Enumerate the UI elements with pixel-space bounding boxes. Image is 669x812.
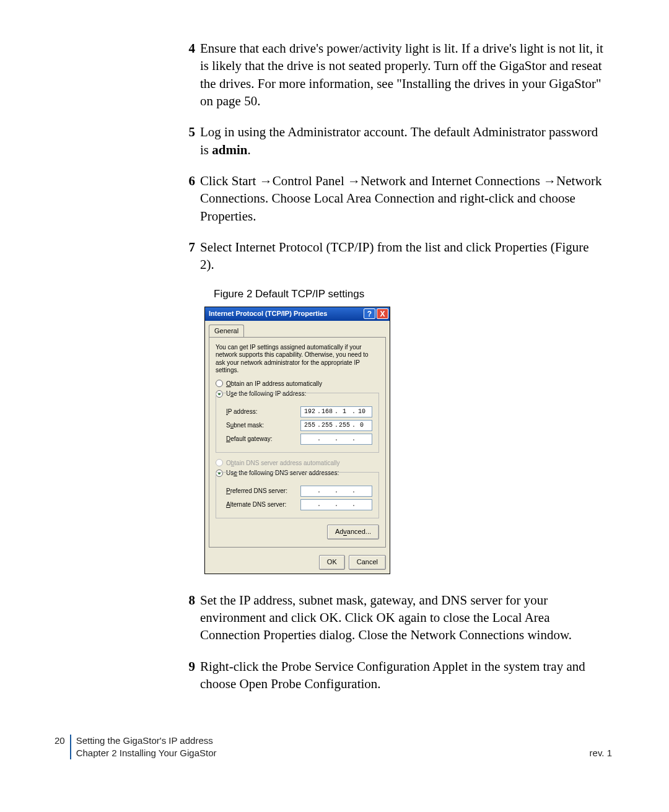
radio-obtain-dns-auto: Obtain DNS server address automatically [216, 459, 379, 468]
step-text: Ensure that each drive's power/activity … [200, 40, 604, 110]
preferred-dns-input[interactable]: . . . [300, 486, 372, 497]
step-5: 5 Log in using the Administrator account… [170, 123, 604, 159]
step-8: 8 Set the IP address, subnet mask, gatew… [170, 592, 604, 644]
tcpip-properties-dialog: Internet Protocol (TCP/IP) Properties ? … [204, 307, 390, 574]
default-gateway-row: Default gateway: . . . [226, 434, 374, 445]
footer-left: 20 Setting the GigaStor's IP address Cha… [55, 735, 217, 760]
step-list-bottom: 8 Set the IP address, subnet mask, gatew… [170, 592, 604, 693]
step-text-bold: admin [212, 142, 247, 157]
ip-address-label: IP address: [226, 408, 300, 416]
dialog-titlebar: Internet Protocol (TCP/IP) Properties ? … [205, 307, 390, 321]
page-footer: 20 Setting the GigaStor's IP address Cha… [55, 735, 612, 760]
step-number: 7 [170, 238, 200, 274]
cancel-button[interactable]: Cancel [349, 555, 386, 570]
footer-lines: Setting the GigaStor's IP address Chapte… [76, 735, 217, 760]
ip-address-row: IP address: 192. 168. 1. 10 [226, 406, 374, 417]
radio-icon [216, 380, 223, 387]
step-list-top: 4 Ensure that each drive's power/activit… [170, 40, 604, 274]
footer-divider [70, 735, 71, 760]
alternate-dns-input[interactable]: . . . [300, 499, 372, 510]
step-text-pre: Log in using the Administrator account. … [200, 124, 598, 157]
preferred-dns-row: Preferred DNS server: . . . [226, 486, 374, 497]
advanced-button[interactable]: Advanced... [327, 525, 379, 539]
subnet-mask-label: Subnet mask: [226, 421, 300, 430]
dns-fieldset: Preferred DNS server: . . . Alternate DN… [216, 478, 379, 518]
step-6: 6 Click Start →Control Panel →Network an… [170, 172, 604, 225]
step-number: 6 [170, 172, 200, 225]
step-number: 5 [170, 123, 200, 159]
radio-obtain-ip-auto[interactable]: Obtain an IP address automatically [216, 380, 379, 388]
tab-general[interactable]: General [209, 325, 244, 337]
step-number: 4 [170, 40, 200, 110]
close-icon[interactable]: X [377, 308, 388, 319]
step-number: 8 [170, 592, 200, 644]
step-number: 9 [170, 658, 200, 693]
alternate-dns-row: Alternate DNS server: . . . [226, 499, 374, 510]
step-7: 7 Select Internet Protocol (TCP/IP) from… [170, 238, 604, 274]
radio-label: Obtain DNS server address automatically [226, 459, 339, 468]
step-text: Right-click the Probe Service Configurat… [200, 658, 604, 693]
subnet-mask-input[interactable]: 255. 255. 255. 0 [300, 420, 372, 431]
help-icon[interactable]: ? [364, 308, 375, 319]
step-4: 4 Ensure that each drive's power/activit… [170, 40, 604, 110]
dialog-footer: OK Cancel [205, 551, 390, 574]
step-9: 9 Right-click the Probe Service Configur… [170, 658, 604, 693]
tab-panel-general: You can get IP settings assigned automat… [209, 337, 386, 548]
ok-button[interactable]: OK [319, 555, 345, 570]
step-text: Log in using the Administrator account. … [200, 123, 604, 159]
step-text: Select Internet Protocol (TCP/IP) from t… [200, 238, 604, 274]
radio-icon [216, 459, 223, 466]
default-gateway-input[interactable]: . . . [300, 434, 372, 445]
footer-chapter: Chapter 2 Installing Your GigaStor [76, 748, 217, 758]
figure-caption: Figure 2 Default TCP/IP settings [214, 287, 613, 302]
ip-fieldset: IP address: 192. 168. 1. 10 Subnet mask:… [216, 399, 379, 453]
advanced-row: Advanced... [216, 525, 379, 539]
dialog-description: You can get IP settings assigned automat… [216, 344, 379, 375]
page-content: 4 Ensure that each drive's power/activit… [59, 40, 613, 706]
step-text-post: . [247, 142, 250, 157]
subnet-mask-row: Subnet mask: 255. 255. 255. 0 [226, 420, 374, 431]
titlebar-buttons: ? X [364, 308, 388, 319]
page-number: 20 [55, 735, 70, 760]
default-gateway-label: Default gateway: [226, 435, 300, 443]
step-text: Set the IP address, subnet mask, gateway… [200, 592, 604, 644]
preferred-dns-label: Preferred DNS server: [226, 487, 300, 495]
step-text: Click Start →Control Panel →Network and … [200, 172, 604, 225]
footer-section: Setting the GigaStor's IP address [76, 735, 213, 746]
tab-strip: General [205, 323, 390, 337]
dialog-title: Internet Protocol (TCP/IP) Properties [209, 309, 327, 318]
footer-rev: rev. 1 [590, 747, 612, 759]
ip-address-input[interactable]: 192. 168. 1. 10 [300, 406, 372, 417]
alternate-dns-label: Alternate DNS server: [226, 500, 300, 509]
radio-label: Obtain an IP address automatically [226, 380, 322, 388]
